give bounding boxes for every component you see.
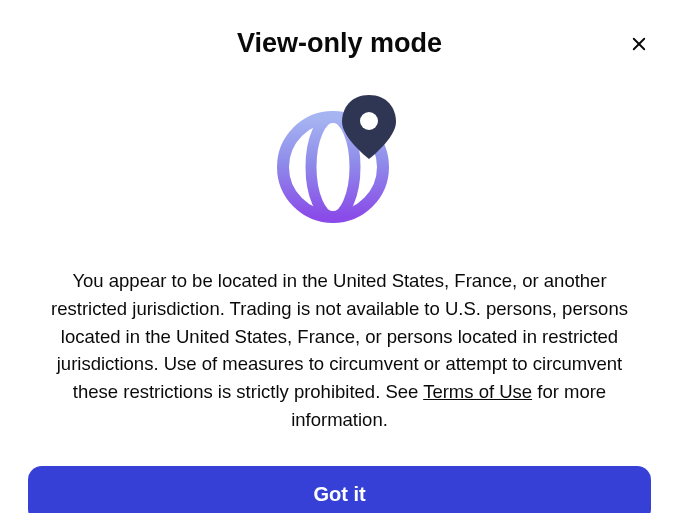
modal-body-text: You appear to be located in the United S… [28,267,651,434]
close-icon [630,35,648,53]
close-button[interactable] [625,30,653,58]
view-only-modal: View-only mode [0,0,679,513]
globe-location-icon [270,89,410,229]
got-it-button[interactable]: Got it [28,466,651,514]
terms-of-use-link[interactable]: Terms of Use [423,381,532,402]
modal-header: View-only mode [28,28,651,59]
svg-point-5 [360,112,378,130]
modal-title: View-only mode [237,28,442,59]
